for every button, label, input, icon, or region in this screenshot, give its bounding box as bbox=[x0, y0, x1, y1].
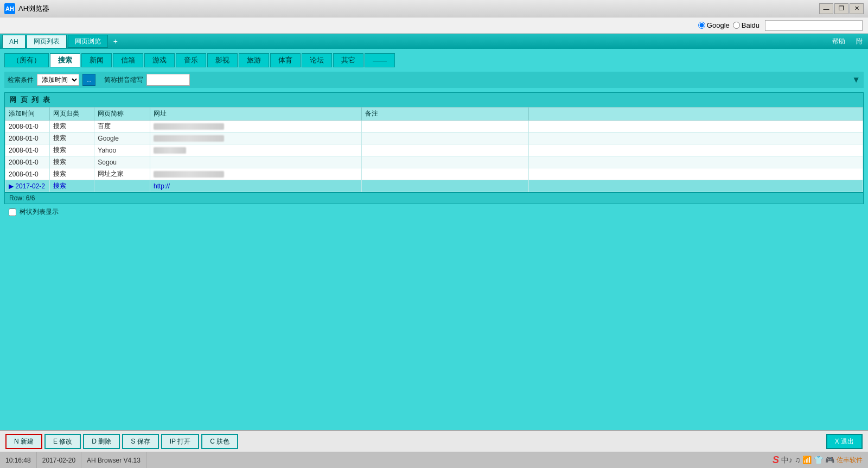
col-header-extra bbox=[529, 107, 863, 121]
cell-name: Sogou bbox=[94, 156, 150, 168]
cell-url bbox=[150, 121, 361, 132]
filter-bar: 检索条件 添加时间 ... 简称拼音缩写 ▼ bbox=[4, 72, 864, 88]
cell-extra bbox=[529, 156, 863, 168]
cat-tab-dash[interactable]: —— bbox=[365, 53, 395, 67]
cat-tab-forum[interactable]: 论坛 bbox=[302, 53, 332, 67]
minimize-button[interactable]: — bbox=[819, 3, 833, 14]
color-button[interactable]: C 肤色 bbox=[201, 434, 238, 449]
cell-addtime: 2008-01-0 bbox=[5, 132, 50, 144]
table-row-selected[interactable]: ▶ 2017-02-2 搜索 http:// bbox=[5, 180, 863, 192]
cell-url bbox=[150, 168, 361, 180]
cat-tab-movies[interactable]: 影视 bbox=[207, 53, 238, 67]
cell-url bbox=[150, 132, 361, 144]
close-button[interactable]: ✕ bbox=[850, 3, 864, 14]
tab-add[interactable]: + bbox=[109, 35, 122, 47]
cell-extra bbox=[529, 144, 863, 156]
tab-webpage-list[interactable]: 网页列表 bbox=[27, 35, 67, 48]
abbr-label: 简称拼音缩写 bbox=[104, 75, 143, 85]
table-row[interactable]: 2008-01-0 搜索 网址之家 bbox=[5, 168, 863, 180]
help-button[interactable]: 帮助 bbox=[829, 36, 848, 47]
col-header-url[interactable]: 网址 bbox=[150, 107, 361, 121]
category-tabs: （所有） 搜索 新闻 信箱 游戏 音乐 影视 旅游 体育 论坛 其它 —— bbox=[4, 53, 864, 67]
cell-url: http:// bbox=[150, 180, 361, 192]
cell-category: 搜索 bbox=[50, 144, 94, 156]
status-time: 10:16:48 bbox=[0, 452, 37, 468]
filter-search-button[interactable]: ... bbox=[82, 74, 95, 86]
titlebar: AH AH浏览器 — ❐ ✕ bbox=[0, 0, 868, 17]
col-header-category[interactable]: 网页归类 bbox=[50, 107, 94, 121]
table-row[interactable]: 2008-01-0 搜索 Sogou bbox=[5, 156, 863, 168]
cat-tab-music[interactable]: 音乐 bbox=[176, 53, 206, 67]
edit-button[interactable]: E 修改 bbox=[44, 434, 81, 449]
col-header-note[interactable]: 备注 bbox=[362, 107, 529, 121]
cell-note bbox=[362, 121, 529, 132]
cell-extra bbox=[529, 132, 863, 144]
bottom-bar: N 新建 E 修改 D 删除 S 保存 IP 打开 C 肤色 X 退出 bbox=[0, 430, 868, 452]
exit-button[interactable]: X 退出 bbox=[826, 434, 863, 449]
google-radio[interactable]: Google bbox=[698, 21, 730, 29]
cat-tab-news[interactable]: 新闻 bbox=[81, 53, 112, 67]
filter-expand-button[interactable]: ▼ bbox=[852, 75, 860, 85]
restore-button[interactable]: ❐ bbox=[834, 3, 848, 14]
logo-company: 佐丰软件 bbox=[837, 456, 863, 465]
filter-condition-label: 检索条件 bbox=[8, 75, 34, 85]
tree-area: 树状列表显示 bbox=[4, 204, 864, 220]
cat-tab-games[interactable]: 游戏 bbox=[144, 53, 175, 67]
cell-addtime: 2008-01-0 bbox=[5, 144, 50, 156]
col-header-name[interactable]: 网页简称 bbox=[94, 107, 150, 121]
table-title: 网 页 列 表 bbox=[5, 93, 863, 107]
cell-extra bbox=[529, 180, 863, 192]
cat-tab-travel[interactable]: 旅游 bbox=[239, 53, 269, 67]
cell-extra bbox=[529, 121, 863, 132]
tree-label[interactable]: 树状列表显示 bbox=[20, 207, 59, 217]
col-header-addtime[interactable]: 添加时间 bbox=[5, 107, 50, 121]
main-content: （所有） 搜索 新闻 信箱 游戏 音乐 影视 旅游 体育 论坛 其它 —— 检索… bbox=[0, 49, 868, 430]
cell-category: 搜索 bbox=[50, 156, 94, 168]
cat-tab-other[interactable]: 其它 bbox=[333, 53, 363, 67]
cell-name bbox=[94, 180, 150, 192]
table-status: Row: 6/6 bbox=[5, 192, 863, 204]
table-row[interactable]: 2008-01-0 搜索 Yahoo bbox=[5, 144, 863, 156]
cat-tab-all[interactable]: （所有） bbox=[4, 53, 49, 67]
baidu-radio-input[interactable] bbox=[733, 22, 740, 29]
save-button[interactable]: S 保存 bbox=[122, 434, 158, 449]
titlebar-title: AH浏览器 bbox=[18, 4, 49, 14]
cat-tab-mailbox[interactable]: 信箱 bbox=[113, 53, 143, 67]
cell-name: 网址之家 bbox=[94, 168, 150, 180]
status-logo: S 中♪ ♫ 📶 👕 🎮 佐丰软件 bbox=[773, 454, 868, 466]
google-radio-input[interactable] bbox=[698, 22, 705, 29]
searchbar: Google Baidu bbox=[0, 17, 868, 34]
table-row[interactable]: 2008-01-0 搜索 Google bbox=[5, 132, 863, 144]
logo-icons: 中♪ ♫ 📶 👕 🎮 bbox=[781, 456, 834, 465]
cell-name: Yahoo bbox=[94, 144, 150, 156]
bottom-right-buttons: X 退出 bbox=[826, 434, 863, 449]
attach-button[interactable]: 附 bbox=[853, 36, 866, 47]
cell-addtime: 2008-01-0 bbox=[5, 168, 50, 180]
table-scroll-area[interactable]: 添加时间 网页归类 网页简称 网址 备注 2008-01-0 搜索 百度 bbox=[5, 107, 863, 192]
tab-ah[interactable]: AH bbox=[2, 35, 25, 48]
cell-note bbox=[362, 132, 529, 144]
abbr-input[interactable] bbox=[146, 74, 190, 86]
baidu-radio[interactable]: Baidu bbox=[733, 21, 760, 29]
table-section: 网 页 列 表 添加时间 网页归类 网页简称 网址 备注 2008-01-0 bbox=[4, 92, 864, 204]
status-version: AH Browser V4.13 bbox=[81, 452, 146, 468]
top-search-input[interactable] bbox=[765, 20, 863, 31]
delete-button[interactable]: D 删除 bbox=[83, 434, 120, 449]
cat-tab-sports[interactable]: 体育 bbox=[270, 53, 301, 67]
cat-tab-search[interactable]: 搜索 bbox=[50, 53, 80, 67]
cell-category: 搜索 bbox=[50, 132, 94, 144]
cell-addtime: 2008-01-0 bbox=[5, 156, 50, 168]
filter-field-select[interactable]: 添加时间 bbox=[37, 74, 79, 86]
google-label: Google bbox=[707, 21, 730, 29]
baidu-label: Baidu bbox=[742, 21, 760, 29]
tree-checkbox[interactable] bbox=[9, 208, 16, 216]
cell-name: Google bbox=[94, 132, 150, 144]
titlebar-left: AH AH浏览器 bbox=[4, 3, 49, 14]
tab-webpage-browse[interactable]: 网页浏览 bbox=[68, 35, 108, 48]
open-button[interactable]: IP 打开 bbox=[161, 434, 199, 449]
statusbar: 10:16:48 2017-02-20 AH Browser V4.13 S 中… bbox=[0, 452, 868, 468]
new-button[interactable]: N 新建 bbox=[5, 434, 42, 449]
cell-category: 搜索 bbox=[50, 168, 94, 180]
status-date: 2017-02-20 bbox=[37, 452, 81, 468]
table-row[interactable]: 2008-01-0 搜索 百度 bbox=[5, 121, 863, 132]
